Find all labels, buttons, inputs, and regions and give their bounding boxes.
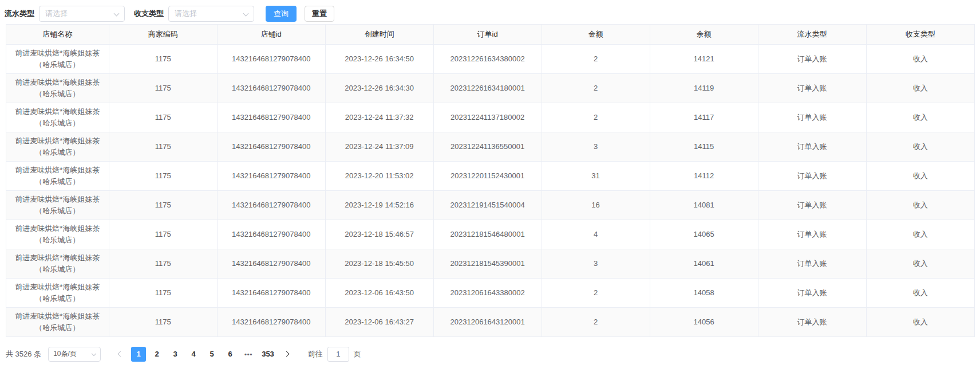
table-cell: 2	[542, 73, 650, 103]
table-cell: 订单入账	[758, 190, 866, 220]
table-cell: 1175	[109, 103, 217, 132]
table-cell: 3	[542, 132, 650, 161]
table-cell: 1175	[109, 44, 217, 73]
table-cell: 收入	[866, 44, 974, 73]
next-page-button[interactable]	[280, 347, 295, 362]
reset-button[interactable]: 重置	[305, 6, 334, 22]
table-cell: 订单入账	[758, 73, 866, 103]
page-buttons: 123456•••353	[129, 347, 278, 362]
table-cell: 14112	[650, 161, 758, 190]
table-cell: 1432164681279078400	[217, 73, 325, 103]
income-expense-type-label: 收支类型	[134, 9, 164, 19]
table-row: 前进麦味烘焙*海峡姐妹茶（哈乐城店）1175143216468127907840…	[6, 220, 974, 249]
chevron-right-icon	[283, 351, 289, 357]
table-cell: 收入	[866, 132, 974, 161]
table-cell: 1432164681279078400	[217, 132, 325, 161]
table-cell: 订单入账	[758, 278, 866, 307]
page-jumper: 前往 页	[308, 347, 361, 362]
table-cell: 前进麦味烘焙*海峡姐妹茶（哈乐城店）	[6, 190, 109, 220]
table-cell: 202312061643120001	[433, 307, 542, 336]
column-header: 创建时间	[325, 25, 433, 44]
table-cell: 2023-12-06 16:43:27	[325, 307, 433, 336]
table-cell: 31	[542, 161, 650, 190]
page-button-353[interactable]: 353	[259, 347, 276, 362]
page-button-2[interactable]: 2	[149, 347, 164, 362]
table-cell: 1432164681279078400	[217, 190, 325, 220]
table-cell: 收入	[866, 161, 974, 190]
table-cell: 2023-12-19 14:52:16	[325, 190, 433, 220]
table-cell: 前进麦味烘焙*海峡姐妹茶（哈乐城店）	[6, 73, 109, 103]
page-button-3[interactable]: 3	[168, 347, 183, 362]
table-cell: 1175	[109, 278, 217, 307]
table-cell: 前进麦味烘焙*海峡姐妹茶（哈乐城店）	[6, 103, 109, 132]
page-size-select[interactable]: 10条/页	[48, 347, 101, 362]
table-cell: 14081	[650, 190, 758, 220]
table-row: 前进麦味烘焙*海峡姐妹茶（哈乐城店）1175143216468127907840…	[6, 161, 974, 190]
table-cell: 3	[542, 249, 650, 278]
table-cell: 14058	[650, 278, 758, 307]
table-cell: 前进麦味烘焙*海峡姐妹茶（哈乐城店）	[6, 249, 109, 278]
filter-bar: 流水类型 请选择 收支类型 请选择 查询 重置	[0, 0, 980, 23]
table-row: 前进麦味烘焙*海峡姐妹茶（哈乐城店）1175143216468127907840…	[6, 73, 974, 103]
jump-page-input[interactable]	[327, 347, 349, 362]
table-cell: 1175	[109, 73, 217, 103]
table-cell: 14117	[650, 103, 758, 132]
table-cell: 收入	[866, 249, 974, 278]
table-cell: 订单入账	[758, 249, 866, 278]
table-cell: 14061	[650, 249, 758, 278]
income-expense-type-select[interactable]: 请选择	[168, 6, 254, 22]
table-cell: 订单入账	[758, 220, 866, 249]
query-button[interactable]: 查询	[266, 6, 297, 22]
column-header: 订单id	[433, 25, 542, 44]
column-header: 商家编码	[109, 25, 217, 44]
table-cell: 2023-12-24 11:37:09	[325, 132, 433, 161]
table-cell: 1175	[109, 220, 217, 249]
flow-type-select[interactable]: 请选择	[39, 6, 125, 22]
table-cell: 1175	[109, 307, 217, 336]
page-button-4[interactable]: 4	[186, 347, 201, 362]
table-cell: 202312201152430001	[433, 161, 542, 190]
table-cell: 202312261634380002	[433, 44, 542, 73]
prev-page-button[interactable]	[113, 347, 128, 362]
table-row: 前进麦味烘焙*海峡姐妹茶（哈乐城店）1175143216468127907840…	[6, 278, 974, 307]
table-cell: 收入	[866, 73, 974, 103]
page-button-5[interactable]: 5	[204, 347, 219, 362]
table-row: 前进麦味烘焙*海峡姐妹茶（哈乐城店）1175143216468127907840…	[6, 190, 974, 220]
table-cell: 1432164681279078400	[217, 278, 325, 307]
income-expense-type-placeholder: 请选择	[175, 9, 197, 19]
page-ellipsis-button[interactable]: •••	[241, 347, 256, 362]
column-header: 店铺名称	[6, 25, 109, 44]
chevron-down-icon	[243, 10, 249, 16]
table-cell: 202312061643380002	[433, 278, 542, 307]
table-row: 前进麦味烘焙*海峡姐妹茶（哈乐城店）1175143216468127907840…	[6, 249, 974, 278]
table-cell: 202312181545390001	[433, 249, 542, 278]
table-cell: 1432164681279078400	[217, 103, 325, 132]
table-cell: 2023-12-24 11:37:32	[325, 103, 433, 132]
table-cell: 前进麦味烘焙*海峡姐妹茶（哈乐城店）	[6, 161, 109, 190]
table-cell: 2	[542, 44, 650, 73]
column-header: 店铺id	[217, 25, 325, 44]
table-cell: 收入	[866, 103, 974, 132]
jump-suffix-label: 页	[354, 349, 361, 359]
table-cell: 收入	[866, 278, 974, 307]
table-cell: 1432164681279078400	[217, 249, 325, 278]
table-cell: 202312241137180002	[433, 103, 542, 132]
table-cell: 14065	[650, 220, 758, 249]
pagination-bar: 共 3526 条 10条/页 123456•••353 前往 页	[6, 346, 980, 362]
table-cell: 2	[542, 103, 650, 132]
column-header: 余额	[650, 25, 758, 44]
page-button-6[interactable]: 6	[223, 347, 238, 362]
column-header: 金额	[542, 25, 650, 44]
table-cell: 2	[542, 307, 650, 336]
table-cell: 前进麦味烘焙*海峡姐妹茶（哈乐城店）	[6, 132, 109, 161]
table-cell: 202312191451540004	[433, 190, 542, 220]
column-header: 收支类型	[866, 25, 974, 44]
pager: 123456•••353	[111, 347, 297, 362]
page-button-1[interactable]: 1	[131, 347, 146, 362]
flow-records-table: 店铺名称商家编码店铺id创建时间订单id金额余额流水类型收支类型 前进麦味烘焙*…	[6, 24, 975, 337]
table-row: 前进麦味烘焙*海峡姐妹茶（哈乐城店）1175143216468127907840…	[6, 103, 974, 132]
table-cell: 收入	[866, 307, 974, 336]
table-cell: 16	[542, 190, 650, 220]
table-cell: 订单入账	[758, 307, 866, 336]
table-cell: 2023-12-26 16:34:30	[325, 73, 433, 103]
